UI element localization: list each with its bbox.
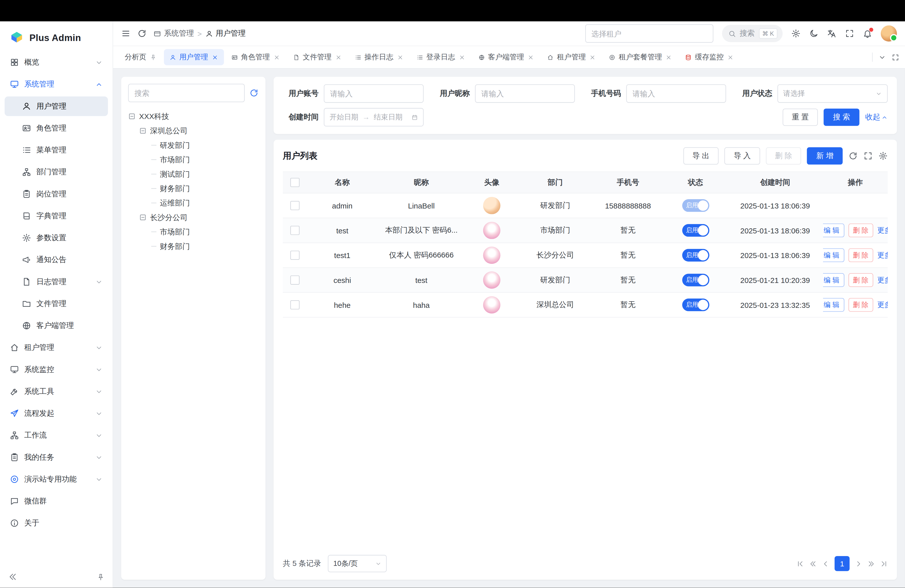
tree-node-leaf[interactable]: 运维部门 — [128, 195, 259, 210]
translate-icon[interactable] — [827, 29, 837, 38]
row-checkbox[interactable] — [291, 226, 300, 235]
edit-button[interactable]: 编 辑 — [823, 224, 844, 237]
tab-user-management[interactable]: 用户管理 — [164, 49, 224, 65]
tab-role-management[interactable]: 角色管理 — [225, 49, 286, 65]
add-button[interactable]: 新 增 — [807, 147, 843, 164]
tree-node-branch[interactable]: 长沙分公司 — [128, 210, 259, 224]
sidebar-item-workflow[interactable]: 工作流 — [5, 426, 108, 445]
sidebar-item-dictionary[interactable]: 字典管理 — [5, 206, 108, 226]
tree-node-root[interactable]: XXX科技 — [128, 109, 259, 124]
close-icon[interactable] — [727, 54, 734, 60]
more-button[interactable]: 更多 — [877, 275, 888, 285]
collapse-node-icon[interactable] — [139, 127, 146, 135]
sidebar-item-notices[interactable]: 通知公告 — [5, 250, 108, 270]
tab-tenant-management[interactable]: 租户管理 — [541, 49, 602, 65]
tree-refresh-icon[interactable] — [249, 88, 259, 98]
dark-mode-icon[interactable] — [809, 29, 819, 38]
next-page-icon[interactable] — [855, 560, 862, 567]
first-page-icon[interactable] — [796, 560, 804, 567]
batch-delete-button[interactable]: 删 除 — [766, 147, 801, 164]
sidebar-item-my-tasks[interactable]: 我的任务 — [5, 447, 108, 467]
table-fullscreen-icon[interactable] — [864, 151, 873, 161]
bell-icon[interactable] — [863, 29, 872, 38]
row-checkbox[interactable] — [291, 251, 300, 260]
more-button[interactable]: 更多 — [877, 250, 888, 260]
search-button[interactable]: 搜 索 — [824, 109, 859, 126]
tree-node-leaf[interactable]: 测试部门 — [128, 167, 259, 181]
phone-input[interactable] — [626, 84, 726, 103]
sidebar-item-parameters[interactable]: 参数设置 — [5, 228, 108, 248]
import-button[interactable]: 导 入 — [724, 147, 760, 164]
close-icon[interactable] — [527, 54, 534, 60]
tree-node-leaf[interactable]: 市场部门 — [128, 224, 259, 239]
fullscreen-icon[interactable] — [845, 29, 854, 38]
more-button[interactable]: 更多 — [877, 226, 888, 235]
sidebar-item-overview[interactable]: 概览 — [5, 52, 108, 72]
pin-icon[interactable] — [150, 54, 156, 60]
sidebar-item-system[interactable]: 系统管理 — [5, 75, 108, 94]
reset-button[interactable]: 重 置 — [783, 109, 818, 126]
status-toggle[interactable]: 启用 — [682, 273, 709, 286]
tree-node-leaf[interactable]: 财务部门 — [128, 239, 259, 254]
close-icon[interactable] — [211, 54, 218, 60]
breadcrumb-current[interactable]: 用户管理 — [205, 28, 246, 38]
tree-node-leaf[interactable]: 研发部门 — [128, 138, 259, 153]
edit-button[interactable]: 编 辑 — [823, 248, 844, 262]
close-icon[interactable] — [273, 54, 279, 60]
collapse-sidebar-icon[interactable] — [8, 572, 17, 582]
status-select[interactable]: 请选择 — [778, 84, 888, 103]
collapse-node-icon[interactable] — [139, 213, 146, 221]
close-icon[interactable] — [665, 54, 672, 60]
pin-icon[interactable] — [97, 573, 105, 581]
hamburger-menu-icon[interactable] — [121, 29, 130, 38]
current-page[interactable]: 1 — [835, 556, 850, 571]
select-all-checkbox[interactable] — [291, 178, 300, 187]
tab-login-log[interactable]: 登录日志 — [411, 49, 471, 65]
tab-tenant-package[interactable]: 租户套餐管理 — [603, 49, 678, 65]
sidebar-item-tools[interactable]: 系统工具 — [5, 382, 108, 401]
tree-node-branch[interactable]: 深圳总公司 — [128, 124, 259, 138]
account-input[interactable] — [324, 84, 424, 103]
table-settings-icon[interactable] — [878, 151, 888, 161]
tab-file-management[interactable]: 文件管理 — [287, 49, 347, 65]
edit-button[interactable]: 编 辑 — [823, 273, 844, 287]
next-jump-icon[interactable] — [867, 560, 875, 567]
sidebar-item-demo-features[interactable]: 演示站专用功能 — [5, 470, 108, 489]
page-size-select[interactable]: 10条/页 — [328, 555, 387, 572]
status-toggle[interactable]: 启用 — [682, 299, 709, 311]
sidebar-item-about[interactable]: 关于 — [5, 513, 108, 533]
status-toggle[interactable]: 启用 — [682, 224, 709, 237]
content-fullscreen-icon[interactable] — [892, 53, 899, 61]
close-icon[interactable] — [459, 54, 465, 60]
global-search-button[interactable]: 搜索 ⌘ K — [722, 25, 783, 42]
close-icon[interactable] — [335, 54, 341, 60]
user-avatar[interactable] — [881, 25, 897, 41]
tree-node-leaf[interactable]: 财务部门 — [128, 181, 259, 195]
row-checkbox[interactable] — [291, 201, 300, 210]
delete-button[interactable]: 删 除 — [848, 248, 873, 262]
close-icon[interactable] — [589, 54, 595, 60]
tabs-more-icon[interactable] — [878, 53, 886, 61]
collapse-filter-link[interactable]: 收起 — [865, 112, 888, 122]
settings-icon[interactable] — [791, 29, 801, 38]
sidebar-item-logs[interactable]: 日志管理 — [5, 272, 108, 291]
collapse-node-icon[interactable] — [128, 113, 136, 120]
sidebar-item-wechat-group[interactable]: 微信群 — [5, 491, 108, 511]
export-button[interactable]: 导 出 — [683, 147, 718, 164]
sidebar-item-process-start[interactable]: 流程发起 — [5, 404, 108, 423]
sidebar-item-departments[interactable]: 部门管理 — [5, 162, 108, 182]
table-refresh-icon[interactable] — [848, 151, 858, 161]
last-page-icon[interactable] — [880, 560, 888, 567]
breadcrumb-system[interactable]: 系统管理 — [154, 28, 194, 38]
app-logo[interactable]: Plus Admin — [0, 21, 113, 51]
tree-search-input[interactable] — [128, 84, 245, 102]
edit-button[interactable]: 编 辑 — [823, 298, 844, 312]
sidebar-item-menus[interactable]: 菜单管理 — [5, 140, 108, 160]
delete-button[interactable]: 删 除 — [848, 273, 873, 287]
prev-jump-icon[interactable] — [809, 560, 817, 567]
delete-button[interactable]: 删 除 — [848, 224, 873, 237]
sidebar-item-tenants[interactable]: 租户管理 — [5, 338, 108, 358]
tree-node-leaf[interactable]: 市场部门 — [128, 153, 259, 167]
tab-client-management[interactable]: 客户端管理 — [472, 49, 540, 65]
close-icon[interactable] — [397, 54, 403, 60]
